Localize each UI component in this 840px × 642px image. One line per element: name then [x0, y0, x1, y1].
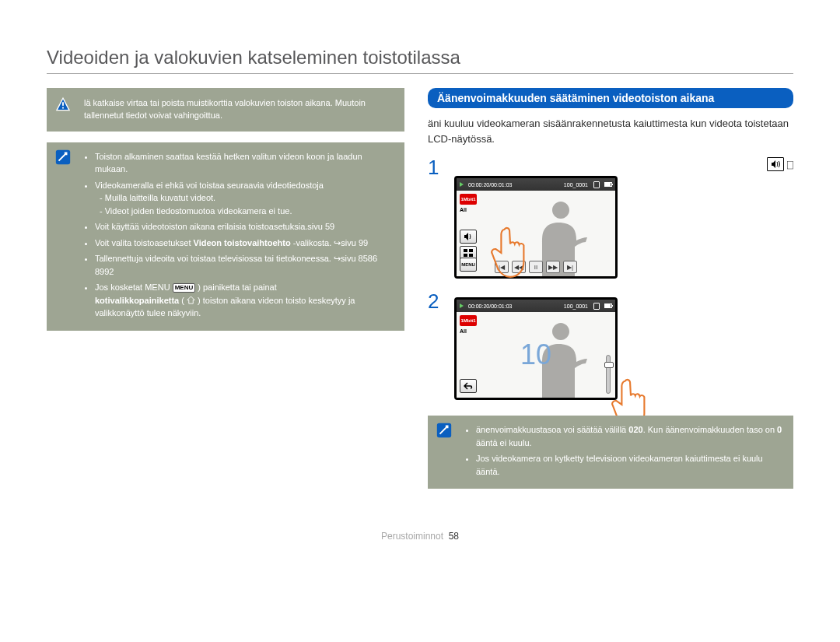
page-footer: Perustoiminnot 58: [47, 531, 793, 542]
svg-rect-8: [469, 254, 473, 257]
svg-rect-7: [464, 254, 467, 257]
volume-button[interactable]: [460, 230, 477, 244]
bold-range: 020: [628, 425, 642, 434]
info-left-bold: Videon toistovaihtoehto: [194, 238, 291, 247]
info-left-item: Tallennettuja videoita voi toistaa telev…: [95, 252, 394, 278]
lcd-status-bar: 00:00:20/00:01:03 100_0001: [457, 300, 615, 312]
sd-card-icon: [593, 303, 600, 310]
volume-level: 10: [520, 339, 551, 371]
home-icon: [187, 295, 195, 303]
section-intro: äni kuuluu videokameran sisäänrakennetus…: [428, 116, 793, 146]
page-number: 58: [449, 531, 459, 542]
svg-rect-3: [62, 107, 64, 109]
all-label: All: [460, 328, 477, 334]
sd-card-icon: [593, 181, 600, 188]
svg-rect-5: [464, 249, 467, 252]
lcd-time: 00:00:20/00:01:03: [468, 303, 512, 309]
home-button-label: kotivalikkopainiketta: [95, 296, 179, 305]
warning-icon: [54, 96, 72, 113]
note-icon: [54, 149, 72, 166]
info-left-item-text: Videokameralla ei ehkä voi toistaa seura…: [95, 181, 324, 190]
title-divider: [47, 73, 793, 74]
footer-section: Perustoiminnot: [381, 531, 443, 542]
info-left-item-text: Jos kosketat MENU: [95, 282, 170, 292]
menu-badge-icon: MENU: [173, 283, 196, 293]
play-indicator-icon: [460, 303, 464, 308]
lcd-status-bar: 00:00:20/00:01:03 100_0001: [457, 178, 615, 191]
info-left-item: Voit valita toistoasetukset Videon toist…: [95, 237, 394, 250]
back-button[interactable]: [460, 379, 477, 393]
all-label: All: [460, 207, 477, 212]
lcd-clip: 100_0001: [564, 182, 588, 188]
info-right-item: änenvoimakkuustasoa voi säätää välillä 0…: [476, 423, 782, 449]
info-left-item: Toiston alkaminen saattaa kestää hetken …: [95, 150, 394, 176]
lcd-screen-2: 00:00:20/00:01:03 100_0001 1Mbit1 All: [454, 297, 618, 400]
slider-knob[interactable]: [604, 362, 614, 368]
warning-box: lä katkaise virtaa tai poista muistikort…: [47, 88, 404, 132]
info-box-right: änenvoimakkuustasoa voi säätää välillä 0…: [428, 416, 793, 489]
lcd-screen-1: 00:00:20/00:01:03 100_0001 1Mbit1 All: [454, 176, 618, 279]
note-icon: [436, 422, 453, 439]
lcd-clip: 100_0001: [564, 303, 588, 309]
bold-zero: 0: [777, 425, 782, 434]
battery-icon: [604, 303, 612, 308]
volume-callout: ⎕: [767, 157, 793, 171]
menu-button[interactable]: MENU: [460, 258, 477, 272]
lcd-time: 00:00:20/00:01:03: [468, 182, 512, 188]
info-left-sub: - Videot joiden tiedostomuotoa videokame…: [100, 205, 394, 218]
play-indicator-icon: [460, 182, 464, 187]
touch-hand-icon: [488, 225, 533, 279]
speaker-icon: [767, 157, 784, 171]
bracket-glyph: ⎕: [787, 159, 793, 170]
info-right-item: Jos videokamera on kytketty televisioon …: [476, 452, 782, 478]
next-button[interactable]: ▶|: [563, 261, 577, 273]
step-number: 1: [428, 157, 443, 279]
info-left-tail: ) painiketta tai painat: [198, 282, 277, 292]
battery-icon: [604, 182, 612, 187]
info-left-sub: - Muilla laitteilla kuvatut videot.: [100, 191, 394, 205]
info-left-item: Jos kosketat MENU MENU ) painiketta tai …: [95, 281, 394, 320]
svg-rect-2: [62, 102, 64, 106]
svg-rect-6: [469, 249, 473, 252]
section-heading: Äänenvoimakkuuden säätäminen videotoisto…: [428, 88, 793, 108]
step-2: 2 00:00:20/00:01:03 100_0001: [428, 291, 793, 400]
step-number: 2: [428, 291, 443, 400]
step-1: 1 ⎕ 00:00:20/00:: [428, 157, 793, 279]
info-box-left: Toiston alkaminen saattaa kestää hetken …: [47, 142, 404, 331]
rec-format-badge: 1Mbit1: [460, 194, 477, 205]
rec-format-badge: 1Mbit1: [460, 315, 477, 326]
info-left-item: Voit käyttää videotoiston aikana erilais…: [95, 220, 394, 233]
info-left-item-text: Voit valita toistoasetukset Videon toist…: [95, 238, 368, 247]
warning-text: lä katkaise virtaa tai poista muistikort…: [84, 98, 366, 120]
info-left-item: Videokameralla ei ehkä voi toistaa seura…: [95, 179, 394, 218]
page-title: Videoiden ja valokuvien katseleminen toi…: [47, 47, 793, 68]
forward-button[interactable]: ▶▶: [546, 261, 560, 273]
